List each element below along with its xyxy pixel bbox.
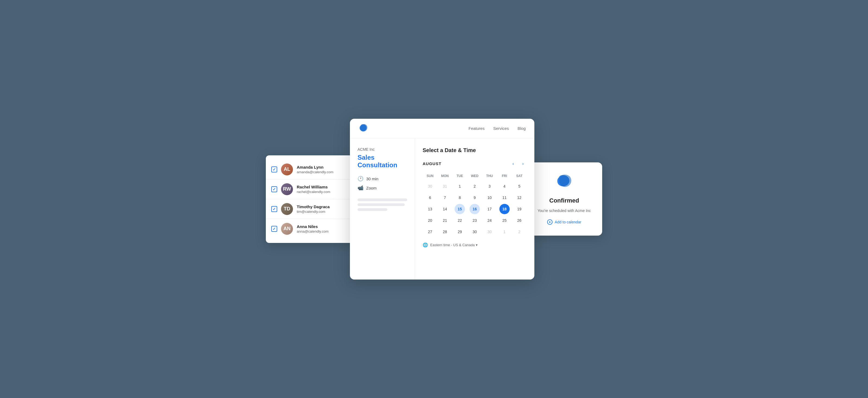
calendar-day[interactable]: 13 [425,204,435,214]
calendar-day[interactable]: 10 [485,193,495,203]
user-name: Timothy Dagraca [297,204,352,209]
calendar-day[interactable]: 11 [499,193,510,203]
calendar-day[interactable]: 28 [440,227,450,237]
globe-icon: 🌐 [423,242,428,247]
calendar-day[interactable]: 8 [455,193,465,203]
duration-item: 🕐 30 min [358,176,407,181]
calendar-day[interactable]: 27 [425,227,435,237]
calendar-day[interactable]: 30 [469,227,480,237]
confirmed-subtitle: You're scheduled with Acme Inc [538,208,591,213]
video-icon: 📹 [358,185,364,191]
description-lines [358,198,407,211]
booking-panel: Features Services Blog ACME Inc Sales Co… [350,119,534,279]
user-name: Anna Niles [297,224,352,229]
calendly-logo [359,124,368,133]
user-email: anna@calendly.com [297,229,352,233]
platform-label: Zoom [366,186,376,190]
desc-line-3 [358,208,388,211]
day-header: SUN [423,173,437,179]
booking-content: ACME Inc Sales Consultation 🕐 30 min 📹 Z… [350,138,534,279]
user-item[interactable]: ✓ TD Timothy Dagraca tim@calendly.com [266,199,358,219]
calendar-week: 13141516171819 [423,204,527,214]
calendar-day[interactable]: 20 [425,215,435,226]
day-header: THU [482,173,497,179]
calendar-grid: SUNMONTUEWEDTHUFRISAT 303112345678910111… [423,173,527,237]
calendar-day[interactable]: 2 [469,181,480,191]
calendar-header-title: Select a Date & Time [423,147,527,154]
calendar-day[interactable]: 9 [469,193,480,203]
avatar: TD [281,203,293,215]
event-company: ACME Inc [358,147,407,152]
month-nav-arrows: ‹ › [509,160,527,168]
avatar: RW [281,183,293,195]
calendar-day[interactable]: 16 [469,204,480,214]
avatar: AN [281,223,293,235]
day-header: WED [467,173,482,179]
month-label: AUGUST [423,161,441,166]
calendar-day[interactable]: 22 [455,215,465,226]
user-email: amanda@calendly.com [297,170,352,174]
calendar-day[interactable]: 3 [485,181,495,191]
next-month-button[interactable]: › [519,160,527,168]
calendar-week: 303112345 [423,181,527,191]
user-checkbox[interactable]: ✓ [271,186,277,192]
prev-month-button[interactable]: ‹ [509,160,517,168]
calendar-month-nav: AUGUST ‹ › [423,160,527,168]
user-info: Amanda Lynn amanda@calendly.com [297,165,352,174]
user-info: Timothy Dagraca tim@calendly.com [297,204,352,213]
day-header: FRI [497,173,512,179]
calendar-day[interactable]: 25 [499,215,510,226]
calendar-day[interactable]: 18 [499,204,510,214]
clock-icon: 🕐 [358,176,364,181]
calendar-day[interactable]: 14 [440,204,450,214]
calendar-day[interactable]: 23 [469,215,480,226]
nav-services[interactable]: Services [493,126,509,131]
checkmark-icon: ✓ [273,207,276,211]
booking-nav: Features Services Blog [350,119,534,138]
plus-circle-icon: + [547,219,553,225]
checkmark-icon: ✓ [273,167,276,172]
calendar-day[interactable]: 7 [440,193,450,203]
day-header: MON [437,173,453,179]
calendar-day: 2 [514,227,525,237]
calendar-day[interactable]: 4 [499,181,510,191]
user-list-panel: ✓ AL Amanda Lynn amanda@calendly.com ✓ R… [266,155,358,243]
calendar-week: 6789101112 [423,193,527,203]
desc-line-1 [358,198,407,201]
user-checkbox[interactable]: ✓ [271,226,277,232]
calendar-day[interactable]: 24 [485,215,495,226]
user-item[interactable]: ✓ RW Rachel Williams rachel@calendly.com [266,179,358,199]
calendar-day[interactable]: 1 [455,181,465,191]
calendar-weeks: 3031123456789101112131415161718192021222… [423,181,527,237]
duration-label: 30 min [366,176,378,181]
event-info: ACME Inc Sales Consultation 🕐 30 min 📹 Z… [350,138,415,279]
calendar-day[interactable]: 12 [514,193,525,203]
nav-features[interactable]: Features [468,126,485,131]
avatar: AL [281,164,293,175]
calendar-day[interactable]: 6 [425,193,435,203]
calendar-day: 30 [425,181,435,191]
calendar-day[interactable]: 15 [455,204,465,214]
user-item[interactable]: ✓ AL Amanda Lynn amanda@calendly.com [266,160,358,179]
calendar-day[interactable]: 26 [514,215,525,226]
nav-blog[interactable]: Blog [518,126,526,131]
calendar-day[interactable]: 17 [485,204,495,214]
user-checkbox[interactable]: ✓ [271,166,277,172]
calendar-day[interactable]: 19 [514,204,525,214]
calendar-day[interactable]: 5 [514,181,525,191]
user-email: tim@calendly.com [297,209,352,213]
user-checkbox[interactable]: ✓ [271,206,277,212]
add-calendar-label: Add to calendar [555,220,581,224]
timezone-row[interactable]: 🌐 Eastern time - US & Canada ▾ [423,242,527,247]
confirmed-panel: Confirmed You're scheduled with Acme Inc… [526,162,602,236]
calendar-day[interactable]: 29 [455,227,465,237]
add-to-calendar-button[interactable]: + Add to calendar [547,219,581,225]
day-header: TUE [453,173,467,179]
checkmark-icon: ✓ [273,227,276,231]
calendar-week: 272829303012 [423,227,527,237]
user-info: Rachel Williams rachel@calendly.com [297,185,352,194]
calendar-days-header: SUNMONTUEWEDTHUFRISAT [423,173,527,179]
day-header: SAT [512,173,527,179]
user-item[interactable]: ✓ AN Anna Niles anna@calendly.com [266,219,358,239]
calendar-day[interactable]: 21 [440,215,450,226]
